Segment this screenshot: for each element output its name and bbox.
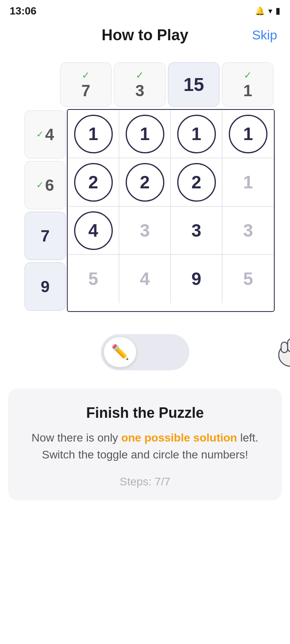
- grid-row-0: 1 1 1 1: [68, 110, 274, 158]
- eraser-icon: ✏️: [111, 344, 129, 361]
- notification-icon: 🔔: [255, 6, 265, 16]
- header: How to Play Skip: [0, 20, 290, 50]
- grid-area: 4 6 7 9 1: [25, 109, 275, 312]
- cell-0-0[interactable]: 1: [68, 110, 119, 158]
- status-icons: 🔔 ▾ ▮: [255, 6, 280, 16]
- col-value-1: 3: [135, 82, 144, 100]
- row-header-1: 6: [25, 161, 66, 209]
- skip-button[interactable]: Skip: [252, 28, 277, 43]
- cell-0-1[interactable]: 1: [119, 110, 171, 158]
- cell-0-3[interactable]: 1: [222, 110, 274, 158]
- cell-2-0[interactable]: 4: [68, 206, 119, 255]
- cell-1-1[interactable]: 2: [119, 158, 171, 206]
- info-card: Finish the Puzzle Now there is only one …: [8, 388, 282, 500]
- row-check-0: [36, 129, 44, 140]
- col-headers: 7 3 15 1: [59, 62, 275, 107]
- info-description: Now there is only one possible solution …: [24, 429, 266, 463]
- col-header-0: 7: [60, 62, 112, 107]
- info-steps: Steps: 7/7: [24, 475, 266, 488]
- cell-1-2[interactable]: 2: [171, 158, 222, 206]
- col-check-0: [82, 70, 90, 81]
- puzzle-wrapper: 7 3 15 1 4: [15, 62, 275, 312]
- puzzle-area: 7 3 15 1 4: [0, 62, 290, 312]
- col-value-2: 15: [183, 74, 204, 95]
- col-header-1: 3: [114, 62, 166, 107]
- svg-rect-4: [281, 342, 288, 353]
- row-check-1: [36, 180, 44, 190]
- cell-2-3[interactable]: 3: [222, 206, 274, 255]
- cell-1-0[interactable]: 2: [68, 158, 119, 206]
- toggle-switch[interactable]: ✏️: [101, 334, 189, 370]
- grid-row-2: 4 3 3 3: [68, 206, 274, 255]
- cell-3-0[interactable]: 5: [68, 255, 119, 303]
- row-value-0: 4: [45, 126, 54, 144]
- col-check-1: [136, 70, 144, 81]
- info-title: Finish the Puzzle: [24, 405, 266, 421]
- row-header-3: 9: [25, 262, 66, 311]
- row-headers: 4 6 7 9: [25, 109, 67, 312]
- row-header-0: 4: [25, 110, 66, 159]
- status-bar: 13:06 🔔 ▾ ▮: [0, 0, 290, 20]
- grid-row-1: 2 2 2 1: [68, 158, 274, 206]
- col-header-3: 1: [222, 62, 273, 107]
- cell-3-3[interactable]: 5: [222, 255, 274, 303]
- cell-3-2[interactable]: 9: [171, 255, 222, 303]
- col-check-3: [244, 70, 252, 81]
- cell-0-2[interactable]: 1: [171, 110, 222, 158]
- row-value-3: 9: [41, 278, 50, 296]
- cell-1-3[interactable]: 1: [222, 158, 274, 206]
- info-desc-pre: Now there is only: [31, 431, 121, 444]
- col-value-0: 7: [81, 82, 90, 100]
- cell-3-1[interactable]: 4: [119, 255, 171, 303]
- row-value-2: 7: [41, 227, 50, 245]
- col-value-3: 1: [243, 82, 252, 100]
- status-time: 13:06: [10, 5, 37, 17]
- wifi-icon: ▾: [268, 6, 272, 16]
- grid-row-3: 5 4 9 5: [68, 255, 274, 303]
- toggle-thumb: ✏️: [104, 337, 136, 367]
- row-header-2: 7: [25, 212, 66, 260]
- battery-icon: ▮: [276, 6, 280, 16]
- cell-2-1[interactable]: 3: [119, 206, 171, 255]
- page-title: How to Play: [102, 27, 188, 44]
- cell-2-2[interactable]: 3: [171, 206, 222, 255]
- main-grid: 1 1 1 1 2: [67, 109, 275, 312]
- toggle-area: ✏️ ✏: [0, 328, 290, 376]
- hand-pointer-icon: ✏: [270, 324, 290, 376]
- info-desc-highlight: one possible solution: [121, 431, 237, 444]
- col-header-2: 15: [168, 62, 220, 107]
- row-value-1: 6: [45, 176, 54, 194]
